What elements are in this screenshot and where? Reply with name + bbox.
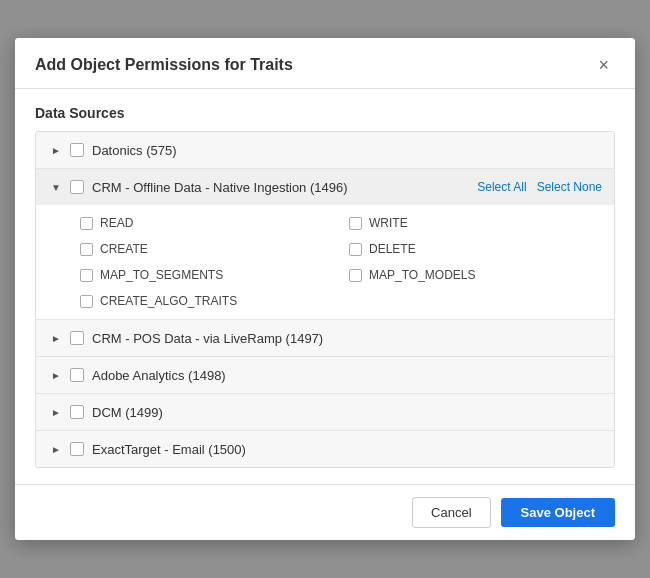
checkbox-dcm[interactable] [70,405,84,419]
checkbox-crm-offline[interactable] [70,180,84,194]
checkbox-map-to-models[interactable] [349,269,362,282]
checkbox-datonics[interactable] [70,143,84,157]
cancel-button[interactable]: Cancel [412,497,490,528]
checkbox-delete[interactable] [349,243,362,256]
source-label-crm-pos: CRM - POS Data - via LiveRamp (1497) [92,331,602,346]
chevron-right-icon-datonics[interactable]: ► [48,142,64,158]
permission-item-delete: DELETE [349,239,598,259]
chevron-right-icon-dcm[interactable]: ► [48,404,64,420]
modal-overlay: Add Object Permissions for Traits × Data… [0,0,650,578]
permission-label-read: READ [100,216,133,230]
section-title: Data Sources [35,105,615,121]
permission-item-create-algo: CREATE_ALGO_TRAITS [80,291,329,311]
select-none-link-crm-offline[interactable]: Select None [537,180,602,194]
source-row-exacttarget: ► ExactTarget - Email (1500) [36,431,614,467]
permissions-section-crm-offline: READ WRITE CREATE DELETE [36,205,614,320]
permission-label-map-segments: MAP_TO_SEGMENTS [100,268,223,282]
chevron-right-icon-crm-pos[interactable]: ► [48,330,64,346]
checkbox-adobe-analytics[interactable] [70,368,84,382]
modal-header: Add Object Permissions for Traits × [15,38,635,89]
source-row-datonics: ► Datonics (575) [36,132,614,169]
save-button[interactable]: Save Object [501,498,615,527]
permissions-grid: READ WRITE CREATE DELETE [80,213,598,311]
modal-footer: Cancel Save Object [15,484,635,540]
permission-label-write: WRITE [369,216,408,230]
permission-item-map-segments: MAP_TO_SEGMENTS [80,265,329,285]
source-label-adobe-analytics: Adobe Analytics (1498) [92,368,602,383]
modal: Add Object Permissions for Traits × Data… [15,38,635,540]
source-label-crm-offline: CRM - Offline Data - Native Ingestion (1… [92,180,467,195]
checkbox-read[interactable] [80,217,93,230]
checkbox-create[interactable] [80,243,93,256]
source-row-crm-offline: ▼ CRM - Offline Data - Native Ingestion … [36,169,614,205]
checkbox-map-to-segments[interactable] [80,269,93,282]
permission-item-map-models: MAP_TO_MODELS [349,265,598,285]
source-label-datonics: Datonics (575) [92,143,602,158]
chevron-down-icon-crm-offline[interactable]: ▼ [48,179,64,195]
permission-label-delete: DELETE [369,242,416,256]
close-button[interactable]: × [592,54,615,76]
chevron-right-icon-exacttarget[interactable]: ► [48,441,64,457]
modal-body: Data Sources ► Datonics (575) ▼ CRM - Of… [15,89,635,484]
source-label-exacttarget: ExactTarget - Email (1500) [92,442,602,457]
permission-label-create: CREATE [100,242,148,256]
data-source-list: ► Datonics (575) ▼ CRM - Offline Data - … [35,131,615,468]
permission-label-map-models: MAP_TO_MODELS [369,268,475,282]
source-row-adobe-analytics: ► Adobe Analytics (1498) [36,357,614,394]
checkbox-crm-pos[interactable] [70,331,84,345]
permission-label-create-algo: CREATE_ALGO_TRAITS [100,294,237,308]
checkbox-create-algo-traits[interactable] [80,295,93,308]
chevron-right-icon-adobe[interactable]: ► [48,367,64,383]
permission-item-read: READ [80,213,329,233]
source-row-dcm: ► DCM (1499) [36,394,614,431]
permission-item-write: WRITE [349,213,598,233]
permission-item-create: CREATE [80,239,329,259]
select-all-link-crm-offline[interactable]: Select All [477,180,526,194]
modal-title: Add Object Permissions for Traits [35,56,293,74]
checkbox-exacttarget[interactable] [70,442,84,456]
source-label-dcm: DCM (1499) [92,405,602,420]
source-row-crm-pos: ► CRM - POS Data - via LiveRamp (1497) [36,320,614,357]
checkbox-write[interactable] [349,217,362,230]
